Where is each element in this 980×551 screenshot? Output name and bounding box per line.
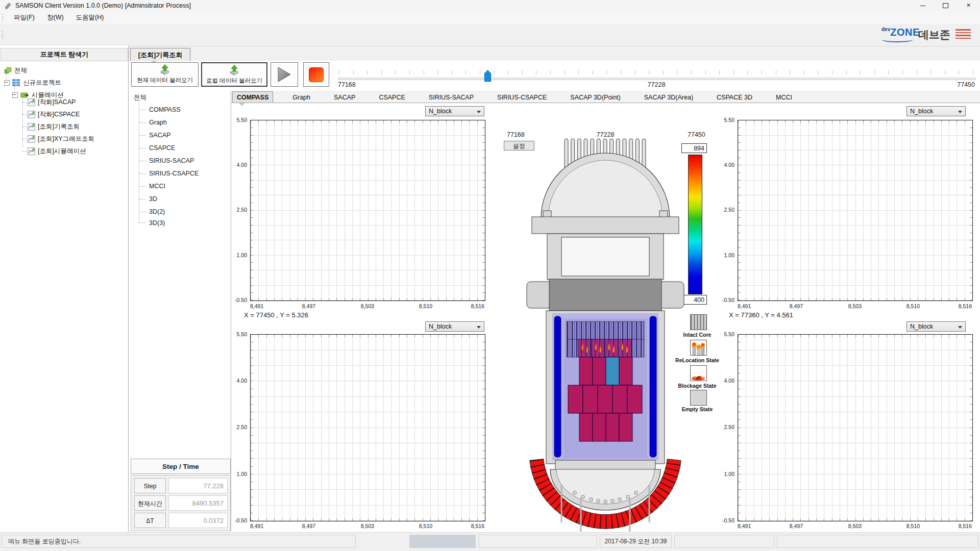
stop-button[interactable] <box>303 62 329 87</box>
x-tick: 8,491 <box>250 523 263 529</box>
status-message: 메뉴 화면을 로딩중입니다. <box>2 535 356 548</box>
y-tick: 1.00 <box>712 471 734 477</box>
tab-compass[interactable]: COMPASS <box>232 91 273 103</box>
module-root[interactable]: 전체 <box>134 93 146 102</box>
y-tick: -0.50 <box>712 517 734 523</box>
project-icon <box>12 79 20 86</box>
chart-plot-area[interactable] <box>738 334 973 521</box>
toolbar-grip <box>2 31 5 39</box>
x-tick: 8,503 <box>848 303 862 309</box>
module-item-3d3[interactable]: 3D(3) <box>149 219 165 227</box>
chart-plot-area[interactable] <box>738 120 973 301</box>
nblock-select[interactable]: N_block <box>906 321 966 332</box>
tree-item-all[interactable]: 전체 <box>4 65 27 76</box>
tab-cspace-3d[interactable]: CSPACE 3D <box>713 92 756 103</box>
intact-core-icon <box>690 314 707 330</box>
all-projects-icon <box>4 67 12 74</box>
tab-csapce[interactable]: CSAPCE <box>375 92 409 103</box>
tree-item-simulation-view[interactable]: [조회]시뮬레이션 <box>28 146 86 156</box>
tab-sacap-3d-area[interactable]: SACAP 3D(Area) <box>640 92 697 103</box>
load-current-data-button[interactable]: 현재 데이터 불러오기 <box>131 62 199 87</box>
minimize-button[interactable] <box>911 0 934 11</box>
stop-icon <box>309 67 324 82</box>
tree-item-sacap[interactable]: [작화]SACAP <box>28 97 76 107</box>
current-time-value: 8490.5357 <box>168 495 228 511</box>
menu-help[interactable]: 도움말(H) <box>70 11 110 24</box>
timeline-start-label: 77168 <box>338 81 356 88</box>
module-item-3d2[interactable]: 3D(2) <box>149 208 165 215</box>
chart-plot-area[interactable] <box>250 120 485 301</box>
load-local-data-button[interactable]: 로컬 데이터 불러오기 <box>201 62 267 87</box>
tab-sirius-sacap[interactable]: SIRIUS-SACAP <box>425 92 478 103</box>
module-list: 전체 COMPASS Graph SACAP CSAPCE SIRIUS-SAC… <box>131 91 231 239</box>
delta-t-label: ΔT <box>134 513 166 528</box>
tree-item-xy-graph-view[interactable]: [조회]XY그래프조회 <box>28 134 94 144</box>
chart-doc-icon <box>28 98 35 106</box>
module-item-sacap[interactable]: SACAP <box>149 132 170 139</box>
tree-item-cspace[interactable]: [작화]CSPACE <box>28 109 80 119</box>
play-button[interactable] <box>271 62 298 87</box>
y-tick: 4.00 <box>225 378 247 384</box>
module-item-mcci[interactable]: MCCI <box>149 183 165 190</box>
project-explorer-panel: 프로젝트 탐색기 전체 신규프로젝트 시 <box>0 46 129 532</box>
right-nozzle <box>658 282 684 308</box>
blockage-state-icon <box>690 365 707 381</box>
tab-record-view[interactable]: [조회]기록조회 <box>130 48 190 61</box>
logo-zone-text: ZONE <box>890 27 920 38</box>
x-tick: 8,510 <box>419 523 432 529</box>
timeline-track[interactable] <box>338 78 976 80</box>
x-tick: 8,497 <box>790 523 803 529</box>
logo-swoosh <box>881 37 913 42</box>
collapse-icon[interactable] <box>12 92 18 98</box>
chart-plot-area[interactable] <box>250 334 485 521</box>
tab-sirius-csapce[interactable]: SIRIUS-CSAPCE <box>493 92 551 103</box>
y-tick: 5.50 <box>225 117 247 123</box>
maximize-button[interactable] <box>934 0 957 11</box>
y-tick: -0.50 <box>225 297 247 303</box>
logo-korean-text: 데브존 <box>918 28 950 42</box>
x-tick: 8,510 <box>419 303 432 309</box>
y-tick: 1.00 <box>225 252 247 258</box>
close-button[interactable]: × <box>957 0 980 11</box>
nblock-select[interactable]: N_block <box>425 106 484 116</box>
module-tab-strip: COMPASS Graph SACAP CSAPCE SIRIUS-SACAP … <box>231 91 980 103</box>
status-cell <box>777 535 978 548</box>
module-item-sirius-sacap[interactable]: SIRIUS-SACAP <box>149 157 194 164</box>
load-data-icon <box>228 64 241 77</box>
tab-sacap-3d-point[interactable]: SACAP 3D(Point) <box>566 92 624 103</box>
collapse-icon[interactable] <box>4 80 10 86</box>
module-item-compass[interactable]: COMPASS <box>149 106 181 113</box>
menu-window[interactable]: 창(W) <box>41 11 70 24</box>
nblock-select[interactable]: N_block <box>425 321 484 332</box>
timeline-ticks <box>339 70 974 74</box>
menu-file[interactable]: 파일(F) <box>8 11 41 24</box>
y-tick: 2.50 <box>225 424 247 430</box>
chart-bottom-right: N_block 5.50 4.00 2.50 1.00 -0.50 8,491 … <box>712 320 973 540</box>
vessel-flange <box>532 217 679 234</box>
logo-dev-text: dev <box>881 27 890 32</box>
tree-item-record-view[interactable]: [조회]기록조회 <box>28 121 80 132</box>
module-item-3d[interactable]: 3D <box>149 195 157 203</box>
chart-doc-icon <box>28 135 35 143</box>
x-tick: 8,510 <box>906 303 920 309</box>
chart-doc-icon <box>28 111 35 118</box>
module-item-graph[interactable]: Graph <box>149 119 167 126</box>
tab-graph[interactable]: Graph <box>288 92 314 103</box>
timeline-slider[interactable]: 77168 77228 77450 <box>338 67 975 92</box>
y-tick: -0.50 <box>712 297 734 303</box>
chevron-down-icon <box>477 326 481 329</box>
tab-sacap[interactable]: SACAP <box>330 92 359 103</box>
module-item-sirius-csapce[interactable]: SIRIUS-CSAPCE <box>149 170 199 177</box>
nblock-select[interactable]: N_block <box>906 106 966 116</box>
chart-doc-icon <box>28 123 35 131</box>
y-tick: -0.50 <box>225 517 247 523</box>
application-window: SAMSON Client Version 1.0.0 (Demo) [Admi… <box>0 0 980 551</box>
downcomer-left <box>554 316 561 457</box>
tree-item-new-project[interactable]: 신규프로젝트 <box>4 78 61 88</box>
x-tick: 8,503 <box>361 523 374 529</box>
module-item-csapce[interactable]: CSAPCE <box>149 144 175 152</box>
chevron-down-icon <box>958 111 962 113</box>
tab-mcci[interactable]: MCCI <box>772 92 796 103</box>
status-bar: 메뉴 화면을 로딩중입니다. 2017-08-29 오전 10:39 <box>0 532 980 551</box>
y-tick: 2.50 <box>712 207 734 213</box>
